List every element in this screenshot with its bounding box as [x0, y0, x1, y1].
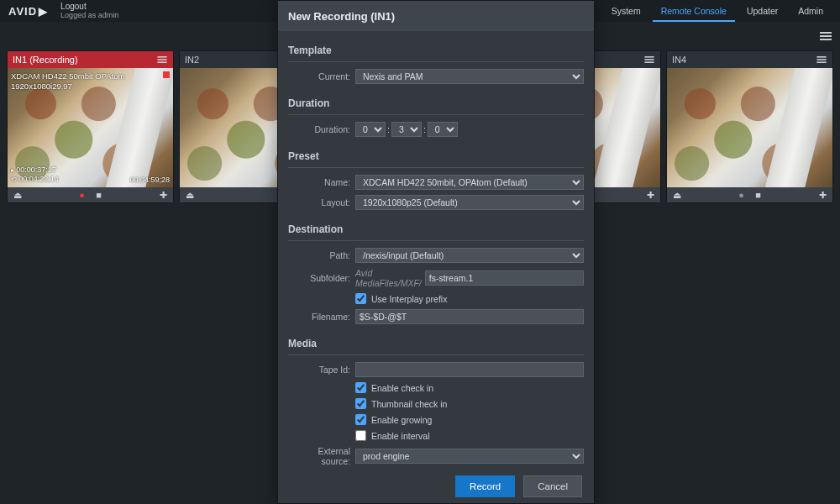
enable-growing-checkbox[interactable] — [355, 414, 366, 425]
stream-footer: ⏏ ● ■ ✚ — [8, 187, 173, 202]
dest-path-select[interactable]: /nexis/input (Default) — [355, 248, 584, 263]
dest-subfolder-label: Subfolder: — [288, 273, 355, 283]
stream-thumbnail[interactable] — [667, 68, 832, 187]
interplay-prefix-label: Use Interplay prefix — [371, 294, 447, 304]
dialog-title: New Recording (IN1) — [278, 1, 594, 31]
nav-system[interactable]: System — [603, 0, 649, 22]
eject-icon[interactable]: ⏏ — [13, 190, 23, 200]
stream-format-overlay: XDCAM HD422 50mbit OPAtom 1920x1080i29.9… — [11, 71, 125, 92]
logout-link[interactable]: Logout — [60, 2, 118, 11]
preset-name-label: Name: — [288, 177, 355, 187]
stream-footer: ⏏ ● ■ ✚ — [667, 187, 832, 202]
duration-ss[interactable]: 00 — [428, 122, 458, 137]
stream-timecode-right: 00:04:59;28 — [129, 176, 170, 184]
stream-menu-icon[interactable] — [816, 59, 827, 60]
subfolder-input[interactable] — [425, 270, 584, 286]
stream-header: IN4 — [667, 51, 832, 68]
stream-thumbnail[interactable]: XDCAM HD422 50mbit OPAtom 1920x1080i29.9… — [8, 68, 173, 187]
filename-input[interactable] — [355, 309, 584, 324]
enable-checkin-label: Enable check in — [371, 383, 433, 393]
stream-title: IN4 — [672, 55, 686, 65]
subfolder-prefix: Avid MediaFiles/MXF/ — [355, 268, 422, 288]
current-template-select[interactable]: Nexis and PAM — [355, 69, 584, 84]
nav-updater[interactable]: Updater — [738, 0, 786, 22]
stream-title: IN2 — [185, 55, 199, 65]
enable-growing-label: Enable growing — [371, 415, 432, 425]
nav-admin[interactable]: Admin — [790, 0, 832, 22]
current-template-label: Current: — [288, 71, 355, 81]
eject-icon[interactable]: ⏏ — [672, 190, 682, 200]
stop-icon[interactable]: ■ — [94, 190, 104, 200]
preset-name-select[interactable]: XDCAM HD422 50mbit, OPAtom (Default) — [355, 175, 584, 190]
ext-source-label: External source: — [288, 446, 355, 466]
record-icon[interactable]: ● — [737, 190, 747, 200]
section-template: Template — [288, 36, 584, 62]
nav-remoteconsole[interactable]: Remote Console — [653, 0, 735, 22]
new-recording-dialog: New Recording (IN1) Template Current: Ne… — [277, 0, 595, 504]
cancel-button[interactable]: Cancel — [523, 475, 582, 497]
stop-icon[interactable]: ■ — [753, 190, 764, 200]
duration-hh[interactable]: 00 — [355, 122, 386, 137]
panel-menu-icon[interactable] — [816, 29, 835, 44]
add-icon[interactable]: ✚ — [645, 190, 655, 200]
duration-group: 00 : 30 : 00 — [355, 122, 584, 137]
preset-layout-select[interactable]: 1920x1080p25 (Default) — [355, 195, 584, 210]
enable-interval-label: Enable interval — [371, 431, 429, 441]
duration-mm[interactable]: 30 — [391, 122, 422, 137]
dest-path-label: Path: — [288, 250, 355, 260]
add-icon[interactable]: ✚ — [817, 190, 827, 200]
section-destination: Destination — [288, 215, 584, 241]
stream-title: IN1 (Recording) — [13, 55, 78, 65]
dialog-footer: Record Cancel — [278, 470, 594, 503]
record-button[interactable]: Record — [455, 475, 515, 497]
tapeid-input[interactable] — [355, 362, 584, 377]
preset-layout-label: Layout: — [288, 197, 355, 207]
ext-source-select[interactable]: prod engine — [355, 449, 584, 464]
enable-checkin-checkbox[interactable] — [355, 382, 366, 393]
section-preset: Preset — [288, 142, 584, 168]
stream-header: IN1 (Recording) — [8, 51, 173, 68]
duration-label: Duration: — [288, 124, 355, 134]
add-icon[interactable]: ✚ — [158, 190, 168, 200]
section-media: Media — [288, 329, 584, 355]
logged-as-text: Logged as admin — [60, 11, 118, 20]
stream-menu-icon[interactable] — [156, 59, 168, 60]
stream-in4: IN4 ⏏ ● ■ ✚ — [666, 50, 833, 203]
stream-menu-icon[interactable] — [643, 59, 655, 60]
user-block: Logout Logged as admin — [60, 2, 118, 20]
enable-interval-checkbox[interactable] — [355, 430, 366, 441]
recording-indicator-icon — [163, 71, 170, 78]
thumb-checkin-label: Thumbnail check in — [371, 399, 447, 409]
stream-timecode-left: 00:00:37;17 00:04:22;14 — [11, 165, 59, 184]
tapeid-label: Tape Id: — [288, 365, 355, 375]
section-duration: Duration — [288, 89, 584, 115]
eject-icon[interactable]: ⏏ — [185, 190, 195, 200]
thumb-checkin-checkbox[interactable] — [355, 398, 366, 409]
record-icon[interactable]: ● — [77, 190, 87, 200]
interplay-prefix-checkbox[interactable] — [355, 293, 366, 304]
dialog-body: Template Current: Nexis and PAM Duration… — [278, 31, 594, 470]
stream-in1: IN1 (Recording) XDCAM HD422 50mbit OPAto… — [7, 50, 174, 203]
brand-logo: AVID▶ — [8, 5, 45, 18]
filename-label: Filename: — [288, 312, 355, 322]
